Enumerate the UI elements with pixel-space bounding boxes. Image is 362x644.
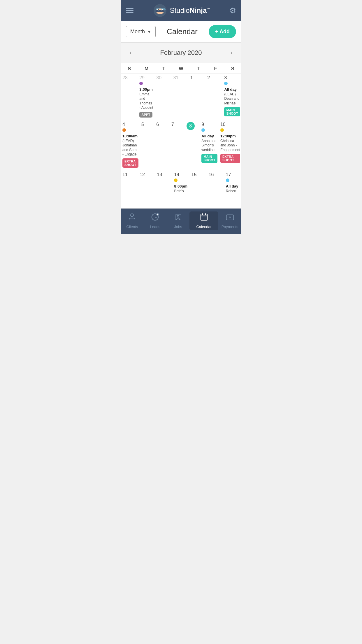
day-number: 5	[141, 122, 154, 127]
day-header-t: T	[155, 66, 172, 71]
ninja-logo-icon	[153, 4, 167, 18]
day-number: 14	[174, 172, 188, 177]
calendar-day-headers: SMTWTFS	[121, 63, 241, 74]
settings-button[interactable]: ⚙	[229, 6, 236, 15]
event-dot-icon	[224, 82, 228, 85]
jobs-nav-icon	[174, 213, 182, 223]
svg-point-14	[177, 215, 179, 217]
event-name: Anna and Simon's wedding	[201, 139, 217, 153]
menu-button[interactable]	[126, 8, 133, 13]
event-name: Christina and John - Engagement	[220, 139, 240, 153]
calendar-day[interactable]: 31	[172, 74, 189, 120]
calendar-week-1: 28293:00pmEmma and Thomas - AppointAPPT3…	[121, 74, 241, 120]
day-number: 17	[226, 172, 240, 177]
calendar-day[interactable]: 11	[121, 170, 138, 208]
next-month-button[interactable]: ›	[228, 48, 236, 58]
nav-label-calendar: Calendar	[196, 225, 212, 229]
nav-item-clients[interactable]: Clients	[121, 213, 144, 229]
calendar-day[interactable]: 28	[121, 74, 138, 120]
calendar-day[interactable]: 9All dayAnna and Simon's weddingMAIN SHO…	[200, 120, 219, 170]
month-year-label: February 2020	[160, 49, 202, 57]
event-name: Beth's	[174, 189, 188, 194]
calendar-day[interactable]: 1	[189, 74, 205, 120]
nav-item-calendar[interactable]: Calendar	[189, 211, 218, 230]
event-tag[interactable]: APPT	[139, 112, 152, 118]
calendar-week-3: 111213148:00pmBeth's151617All dayRobert	[121, 170, 241, 209]
event-name: Robert	[226, 189, 240, 194]
nav-label-clients: Clients	[126, 225, 138, 229]
day-number: 1	[190, 75, 204, 80]
payments-nav-icon	[226, 213, 234, 223]
day-number: 8	[187, 122, 195, 130]
leads-nav-icon	[151, 213, 159, 223]
calendar-day[interactable]: 3All day(LEAD) Dean and MichaelMAIN SHOO…	[222, 74, 241, 120]
calendar-day[interactable]: 12	[138, 170, 155, 208]
day-number: 28	[122, 75, 136, 80]
day-number: 7	[171, 122, 184, 127]
nav-label-jobs: Jobs	[174, 225, 182, 229]
event-time: 10:00am	[122, 134, 138, 139]
calendar-day[interactable]: 293:00pmEmma and Thomas - AppointAPPT	[138, 74, 154, 120]
event-time: All day	[201, 134, 217, 139]
event-tag[interactable]: EXTRA SHOOT	[220, 154, 240, 163]
day-header-t: T	[190, 66, 207, 71]
calendar-day[interactable]: 16	[207, 170, 224, 208]
event-tag[interactable]: MAIN SHOOT	[224, 107, 240, 116]
nav-label-payments: Payments	[222, 225, 238, 229]
event-tag[interactable]: MAIN SHOOT	[201, 154, 217, 163]
svg-point-10	[131, 214, 133, 217]
calendar-day[interactable]: 8	[185, 120, 200, 170]
event-time: All day	[224, 87, 240, 92]
bottom-navigation: ClientsLeadsJobsCalendarPayments	[121, 209, 241, 234]
day-header-s: S	[121, 66, 138, 71]
day-number: 15	[191, 172, 206, 177]
event-time: 3:00pm	[139, 87, 153, 92]
event-dot-icon	[139, 82, 143, 85]
day-number: 31	[173, 75, 187, 80]
day-number: 9	[201, 122, 217, 127]
day-number: 6	[156, 122, 168, 127]
day-number: 29	[139, 75, 153, 80]
toolbar: Month ▼ Calendar + Add	[121, 21, 241, 43]
calendar-day[interactable]: 6	[154, 120, 170, 170]
svg-point-9	[163, 9, 165, 10]
svg-rect-15	[201, 214, 208, 220]
svg-point-7	[161, 9, 162, 10]
day-number: 13	[157, 172, 171, 177]
calendar-day[interactable]: 5	[140, 120, 155, 170]
calendar-day[interactable]: 13	[155, 170, 172, 208]
calendar-nav-icon	[200, 213, 208, 223]
nav-item-payments[interactable]: Payments	[218, 213, 241, 229]
event-dot-icon	[174, 178, 178, 182]
calendar-day[interactable]: 7	[170, 120, 185, 170]
day-header-m: M	[138, 66, 155, 71]
event-tag[interactable]: EXTRA SHOOT	[122, 158, 138, 168]
event-time: 12:00pm	[220, 134, 240, 139]
view-dropdown[interactable]: Month ▼	[126, 26, 156, 37]
calendar-day[interactable]: 15	[190, 170, 207, 208]
dropdown-arrow-icon: ▼	[147, 29, 151, 34]
clients-nav-icon	[128, 213, 136, 223]
calendar-day[interactable]: 1012:00pmChristina and John - Engagement…	[219, 120, 241, 170]
calendar-week-2: 410:00am(LEAD) Jonathan and Sara - Engag…	[121, 120, 241, 170]
calendar-day[interactable]: 30	[154, 74, 171, 120]
calendar-day[interactable]: 148:00pmBeth's	[172, 170, 189, 208]
nav-item-leads[interactable]: Leads	[144, 213, 167, 229]
prev-month-button[interactable]: ‹	[126, 48, 134, 58]
nav-item-jobs[interactable]: Jobs	[167, 213, 190, 229]
calendar-day[interactable]: 410:00am(LEAD) Jonathan and Sara - Engag…	[121, 120, 140, 170]
event-time: All day	[226, 184, 240, 189]
app-header: StudioNinja™ ⚙	[121, 0, 241, 21]
event-time: 8:00pm	[174, 184, 188, 189]
event-name: (LEAD) Dean and Michael	[224, 92, 240, 106]
view-label: Month	[130, 29, 145, 35]
app-name: StudioNinja™	[170, 6, 210, 15]
add-button[interactable]: + Add	[209, 25, 236, 38]
app-logo: StudioNinja™	[153, 4, 210, 18]
day-header-f: F	[207, 66, 224, 71]
event-dot-icon	[201, 128, 205, 132]
calendar-day[interactable]: 17All dayRobert	[224, 170, 241, 208]
day-number: 10	[220, 122, 240, 127]
calendar-day[interactable]: 2	[205, 74, 222, 120]
event-name: (LEAD) Jonathan and Sara - Engage	[122, 139, 138, 157]
